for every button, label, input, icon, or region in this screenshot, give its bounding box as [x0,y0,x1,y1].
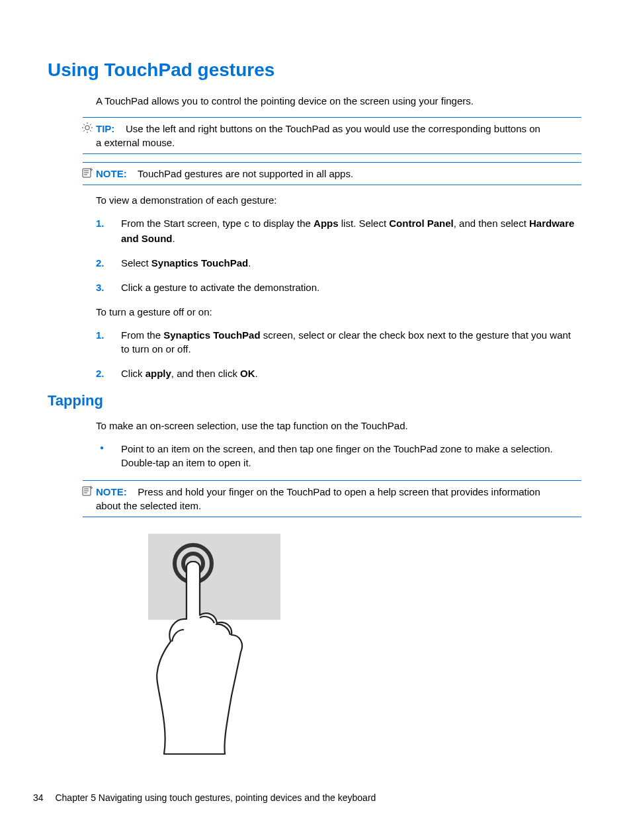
tip-callout: TIP: Use the left and right buttons on t… [83,117,581,154]
demo-step-3: 3. Click a gesture to activate the demon… [96,280,581,294]
tapping-figure [132,530,581,757]
heading-tapping: Tapping [48,392,581,409]
note2-text-line2: about the selected item. [96,499,581,513]
toggle-step-1: 1. From the Synaptics TouchPad screen, s… [96,328,581,356]
tip-icon [81,122,93,134]
list-number: 3. [96,280,105,294]
list-number: 2. [96,256,105,270]
demo-step-2: 2. Select Synaptics TouchPad. [96,256,581,270]
note-label: NOTE: [96,168,127,179]
note1-text: TouchPad gestures are not supported in a… [130,168,353,179]
heading-using-touchpad-gestures: Using TouchPad gestures [48,60,581,81]
tapping-intro: To make an on-screen selection, use the … [96,419,581,433]
toggle-steps-list: 1. From the Synaptics TouchPad screen, s… [96,328,581,380]
list-number: 1. [96,328,105,342]
list-number: 1. [96,216,105,230]
svg-point-0 [85,126,89,130]
note-icon [81,167,93,179]
note-callout-2: NOTE: Press and hold your finger on the … [83,480,581,517]
intro-paragraph: A TouchPad allows you to control the poi… [96,94,581,108]
toggle-intro: To turn a gesture off or on: [96,305,581,319]
tapping-bullets: Point to an item on the screen, and then… [96,442,581,470]
toggle-step-2: 2. Click apply, and then click OK. [96,366,581,380]
tip-label: TIP: [96,123,114,134]
list-number: 2. [96,366,105,380]
demo-step-1: 1. From the Start screen, type c to disp… [96,216,581,245]
tip-text-line2: a external mouse. [96,136,581,149]
tapping-bullet-1: Point to an item on the screen, and then… [96,442,581,470]
note-label: NOTE: [96,486,127,497]
page-number: 34 [33,792,44,803]
demo-steps-list: 1. From the Start screen, type c to disp… [96,216,581,294]
note-callout-1: NOTE: TouchPad gestures are not supporte… [83,162,581,185]
tip-text-line1: Use the left and right buttons on the To… [118,123,540,134]
page-footer: 34 Chapter 5 Navigating using touch gest… [33,792,581,803]
demo-intro: To view a demonstration of each gesture: [96,193,581,207]
chapter-title: Chapter 5 Navigating using touch gesture… [55,792,376,803]
note2-text-line1: Press and hold your finger on the TouchP… [130,486,540,497]
note-icon [81,485,93,497]
svg-rect-3 [148,534,280,620]
